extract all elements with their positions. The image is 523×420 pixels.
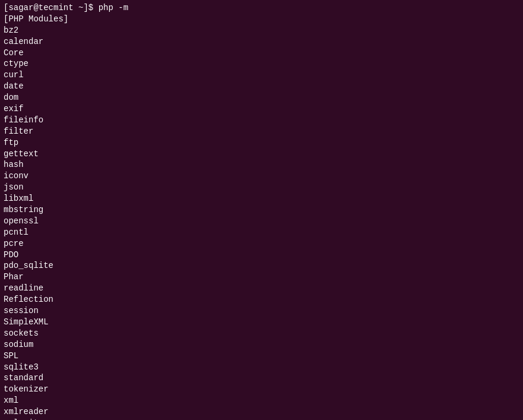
- terminal-line: pcntl: [4, 227, 519, 238]
- terminal-line: sqlite3: [4, 362, 519, 373]
- terminal-line: mbstring: [4, 204, 519, 216]
- terminal-line: Core: [4, 48, 519, 59]
- terminal-line: sodium: [4, 339, 519, 350]
- terminal-line: Reflection: [4, 294, 519, 305]
- terminal-line: bz2: [4, 25, 519, 36]
- terminal-line: xmlwriter: [4, 418, 519, 420]
- terminal-line: json: [4, 182, 519, 193]
- terminal-line: calendar: [4, 36, 519, 48]
- terminal-line: SimpleXML: [4, 317, 519, 328]
- terminal-line: pcre: [4, 238, 519, 250]
- terminal-line: xml: [4, 395, 519, 406]
- terminal-line: tokenizer: [4, 384, 519, 395]
- terminal-line: dom: [4, 92, 519, 103]
- terminal-line: readline: [4, 283, 519, 294]
- terminal-line: ctype: [4, 58, 519, 70]
- terminal-line: [sagar@tecmint ~]$ php -m: [4, 2, 519, 14]
- terminal-line: PDO: [4, 250, 519, 261]
- terminal-line: [PHP Modules]: [4, 14, 519, 25]
- terminal-line: curl: [4, 70, 519, 81]
- terminal-line: sockets: [4, 328, 519, 339]
- terminal-line: filter: [4, 126, 519, 137]
- terminal: [sagar@tecmint ~]$ php -m[PHP Modules]bz…: [0, 0, 523, 420]
- terminal-line: gettext: [4, 149, 519, 160]
- terminal-line: iconv: [4, 170, 519, 182]
- terminal-line: hash: [4, 159, 519, 170]
- terminal-line: session: [4, 305, 519, 317]
- terminal-line: date: [4, 81, 519, 92]
- terminal-line: standard: [4, 372, 519, 384]
- terminal-line: libxml: [4, 193, 519, 204]
- terminal-line: fileinfo: [4, 115, 519, 126]
- terminal-line: exif: [4, 103, 519, 115]
- terminal-line: openssl: [4, 216, 519, 227]
- terminal-line: SPL: [4, 350, 519, 362]
- terminal-line: pdo_sqlite: [4, 260, 519, 271]
- terminal-line: Phar: [4, 271, 519, 283]
- terminal-line: xmlreader: [4, 406, 519, 418]
- terminal-line: ftp: [4, 137, 519, 149]
